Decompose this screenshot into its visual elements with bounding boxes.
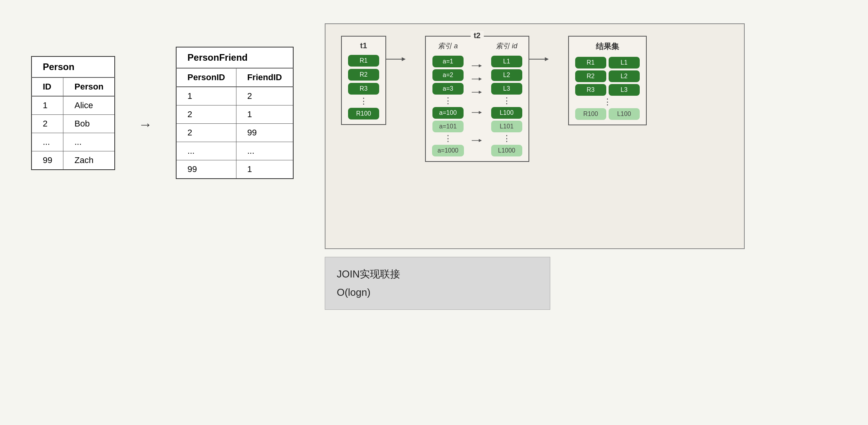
table-row: 991 bbox=[176, 160, 293, 179]
svg-marker-1 bbox=[402, 57, 406, 61]
person-table: Person ID Person 1Alice2Bob......99Zach bbox=[31, 56, 115, 170]
result-r2: R2 bbox=[575, 70, 606, 82]
index-a-2: a=2 bbox=[432, 69, 464, 81]
table-cell: 1 bbox=[236, 160, 293, 179]
diagram-box: t1 R1 R2 R3 ⋮ R100 t2 索引 a a=1 a=2 a=3 ⋮… bbox=[325, 23, 745, 249]
result-label: 结果集 bbox=[596, 41, 619, 52]
caption-line1: JOIN实现联接 bbox=[337, 265, 538, 283]
table-cell: 2 bbox=[32, 114, 63, 133]
t2-label: t2 bbox=[471, 31, 484, 40]
result-r1: R1 bbox=[575, 57, 606, 68]
table-row: 2Bob bbox=[32, 114, 115, 133]
table-cell: ... bbox=[32, 133, 63, 151]
person-col-name: Person bbox=[63, 77, 115, 96]
index-id-label: 索引 id bbox=[496, 41, 517, 51]
table-cell: Bob bbox=[63, 114, 115, 133]
table-row: ...... bbox=[32, 133, 115, 151]
table-cell: ... bbox=[63, 133, 115, 151]
svg-marker-13 bbox=[545, 57, 549, 61]
table-cell: 2 bbox=[176, 105, 236, 124]
table-cell: 1 bbox=[32, 96, 63, 115]
svg-marker-11 bbox=[479, 139, 482, 142]
svg-marker-7 bbox=[479, 91, 482, 94]
result-l100: L100 bbox=[609, 108, 640, 120]
table-cell: 2 bbox=[236, 87, 293, 105]
t1-r3: R3 bbox=[348, 83, 379, 95]
person-friend-table: PersonFriend PersonID FriendID 1221299..… bbox=[176, 47, 294, 179]
person-friend-table-title: PersonFriend bbox=[176, 47, 293, 68]
table-cell: 1 bbox=[236, 105, 293, 124]
result-dot: ⋮ bbox=[603, 98, 612, 106]
index-a-1000: a=1000 bbox=[432, 145, 464, 156]
table-row: 12 bbox=[176, 87, 293, 105]
index-id-l1: L1 bbox=[491, 56, 522, 67]
table-cell: Alice bbox=[63, 96, 115, 115]
t1-t2-arrow bbox=[386, 36, 406, 63]
index-a-dot1: ⋮ bbox=[444, 97, 452, 105]
table-cell: Zach bbox=[63, 151, 115, 170]
t2-box: t2 索引 a a=1 a=2 a=3 ⋮ a=100 a=101 ⋮ a=10… bbox=[425, 36, 529, 162]
t2-result-arrow bbox=[529, 36, 549, 63]
person-friend-table-container: PersonFriend PersonID FriendID 1221299..… bbox=[176, 47, 294, 179]
result-l1: L1 bbox=[609, 57, 640, 68]
t1-r100: R100 bbox=[348, 108, 379, 119]
table-cell: 99 bbox=[236, 124, 293, 142]
t1-r1: R1 bbox=[348, 55, 379, 67]
t1-label: t1 bbox=[360, 41, 367, 50]
result-r3: R3 bbox=[575, 84, 606, 96]
table-row: 99Zach bbox=[32, 151, 115, 170]
index-id-l2: L2 bbox=[491, 69, 522, 81]
table-cell: 99 bbox=[176, 160, 236, 179]
svg-marker-5 bbox=[479, 77, 482, 81]
caption-line2: O(logn) bbox=[337, 283, 538, 302]
person-col-id: ID bbox=[32, 77, 63, 96]
index-a-1: a=1 bbox=[432, 56, 464, 67]
index-a-3: a=3 bbox=[432, 83, 464, 95]
index-a-col: 索引 a a=1 a=2 a=3 ⋮ a=100 a=101 ⋮ a=1000 bbox=[432, 41, 464, 156]
result-row-2: R2 L2 bbox=[575, 70, 640, 82]
index-id-l101: L101 bbox=[491, 121, 522, 132]
result-row-3: R3 L3 bbox=[575, 84, 640, 96]
table-row: 299 bbox=[176, 124, 293, 142]
result-l2: L2 bbox=[609, 70, 640, 82]
result-r100: R100 bbox=[575, 108, 606, 120]
index-arrows bbox=[472, 41, 483, 144]
table-row: 1Alice bbox=[32, 96, 115, 115]
table-row: 21 bbox=[176, 105, 293, 124]
table-arrow: → bbox=[138, 116, 152, 133]
index-a-label: 索引 a bbox=[438, 41, 458, 51]
person-table-container: Person ID Person 1Alice2Bob......99Zach bbox=[31, 56, 115, 170]
left-section: Person ID Person 1Alice2Bob......99Zach … bbox=[31, 47, 294, 179]
index-a-100: a=100 bbox=[432, 107, 464, 119]
pf-col-friendid: FriendID bbox=[236, 68, 293, 87]
index-id-col: 索引 id L1 L2 L3 ⋮ L100 L101 ⋮ L1000 bbox=[491, 41, 522, 156]
table-cell: ... bbox=[236, 142, 293, 160]
pf-col-personid: PersonID bbox=[176, 68, 236, 87]
index-id-l100: L100 bbox=[491, 107, 522, 119]
index-id-l1000: L1000 bbox=[491, 145, 522, 156]
caption-box: JOIN实现联接 O(logn) bbox=[325, 257, 550, 310]
result-row-100: R100 L100 bbox=[575, 108, 640, 120]
result-box: 结果集 R1 L1 R2 L2 R3 L3 ⋮ R100 L100 bbox=[568, 36, 647, 125]
index-id-dot1: ⋮ bbox=[502, 97, 511, 105]
t1-r2: R2 bbox=[348, 69, 379, 81]
svg-marker-3 bbox=[479, 64, 482, 67]
result-row-1: R1 L1 bbox=[575, 57, 640, 68]
index-id-dot2: ⋮ bbox=[502, 134, 511, 143]
result-l3: L3 bbox=[609, 84, 640, 96]
svg-marker-9 bbox=[479, 111, 482, 114]
table-cell: 99 bbox=[32, 151, 63, 170]
table-cell: 2 bbox=[176, 124, 236, 142]
t1-dot: ⋮ bbox=[359, 97, 368, 105]
right-section: t1 R1 R2 R3 ⋮ R100 t2 索引 a a=1 a=2 a=3 ⋮… bbox=[325, 23, 745, 310]
index-a-dot2: ⋮ bbox=[444, 134, 452, 143]
index-id-l3: L3 bbox=[491, 83, 522, 95]
index-a-101: a=101 bbox=[432, 121, 464, 132]
table-cell: ... bbox=[176, 142, 236, 160]
table-cell: 1 bbox=[176, 87, 236, 105]
person-table-title: Person bbox=[32, 56, 115, 77]
table-row: ...... bbox=[176, 142, 293, 160]
t1-box: t1 R1 R2 R3 ⋮ R100 bbox=[341, 36, 386, 125]
